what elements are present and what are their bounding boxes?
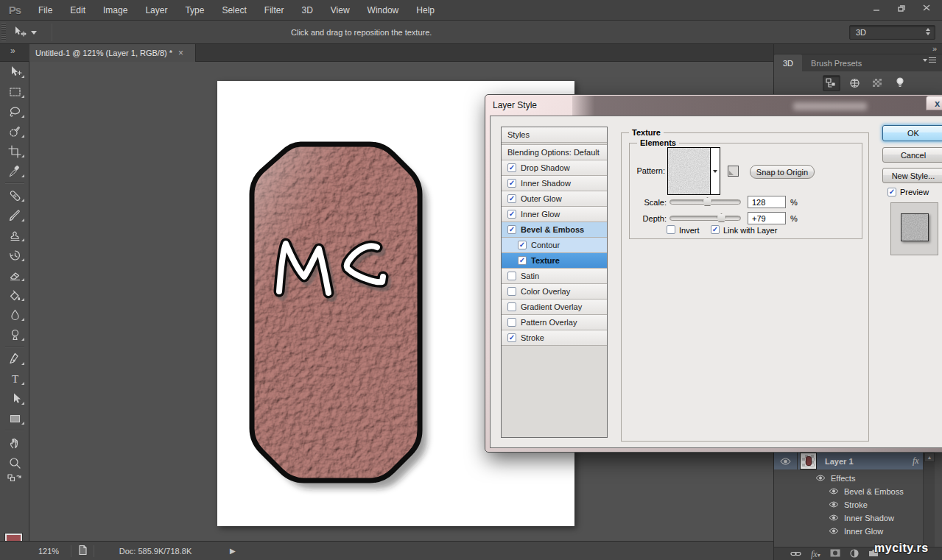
tab-brush-presets[interactable]: Brush Presets <box>802 54 871 71</box>
ok-button[interactable]: OK <box>882 125 942 141</box>
link-layers-icon[interactable] <box>790 549 801 559</box>
visibility-eye-icon[interactable] <box>815 475 826 481</box>
style-row-drop-shadow[interactable]: ✓Drop Shadow <box>502 160 607 176</box>
style-row-gradient-overlay[interactable]: Gradient Overlay <box>502 300 607 315</box>
hand-tool[interactable] <box>0 433 29 453</box>
menu-layer[interactable]: Layer <box>136 0 176 21</box>
checkbox[interactable]: ✓ <box>507 163 516 172</box>
clone-stamp-tool[interactable] <box>0 225 29 245</box>
style-row-texture-selected[interactable]: ✓Texture <box>502 253 607 269</box>
rectangle-tool[interactable] <box>0 408 29 428</box>
scroll-up-arrow-icon[interactable]: ▲ <box>924 453 935 462</box>
options-bar-grip[interactable] <box>1 23 6 41</box>
3d-scene-icon[interactable] <box>823 75 840 91</box>
checkbox[interactable]: ✓ <box>507 179 516 188</box>
depth-value-input[interactable] <box>748 212 786 224</box>
style-row-satin[interactable]: Satin <box>502 269 607 284</box>
style-row-stroke[interactable]: ✓Stroke <box>502 330 607 346</box>
paint-bucket-tool[interactable] <box>0 285 29 305</box>
document-tab[interactable]: Untitled-1 @ 121% (Layer 1, RGB/8) * × <box>29 44 196 62</box>
pattern-picker[interactable] <box>667 147 720 195</box>
lasso-tool[interactable] <box>0 102 29 121</box>
menu-3d[interactable]: 3D <box>292 0 321 21</box>
marquee-tool[interactable] <box>0 82 29 102</box>
effect-row[interactable]: Inner Glow <box>798 525 923 537</box>
styles-list-header[interactable]: Styles <box>502 127 607 143</box>
style-row-color-overlay[interactable]: Color Overlay <box>502 284 607 300</box>
visibility-eye-icon[interactable] <box>774 453 798 469</box>
path-selection-tool[interactable] <box>0 389 29 408</box>
zoom-tool[interactable] <box>0 453 29 472</box>
menu-type[interactable]: Type <box>176 0 213 21</box>
dialog-close-icon[interactable]: x <box>926 96 942 110</box>
checkbox[interactable] <box>507 272 516 280</box>
quick-selection-tool[interactable] <box>0 121 29 141</box>
visibility-eye-icon[interactable] <box>829 528 839 534</box>
collapse-tools-chevron-icon[interactable]: » <box>10 46 14 56</box>
eraser-tool[interactable] <box>0 265 29 285</box>
new-style-button[interactable]: New Style... <box>882 168 942 183</box>
workspace-switcher[interactable]: 3D <box>849 25 935 40</box>
scale-value-input[interactable] <box>748 196 786 208</box>
layer-fx-badge[interactable]: fx <box>913 456 919 467</box>
menu-select[interactable]: Select <box>213 0 255 21</box>
pattern-dropdown-arrow-icon[interactable] <box>710 148 720 194</box>
add-layer-mask-icon[interactable] <box>830 549 840 559</box>
style-row-contour[interactable]: ✓Contour <box>502 238 607 253</box>
close-icon[interactable] <box>915 1 938 14</box>
pen-tool[interactable] <box>0 349 29 369</box>
effect-row[interactable]: Stroke <box>798 498 923 511</box>
3d-light-icon[interactable] <box>891 75 909 91</box>
scale-slider[interactable] <box>669 199 741 205</box>
menu-file[interactable]: File <box>29 0 61 21</box>
checkbox[interactable]: ✓ <box>507 194 516 203</box>
3d-mesh-icon[interactable] <box>846 75 863 91</box>
layer-thumbnail[interactable] <box>801 453 816 469</box>
tab-3d[interactable]: 3D <box>774 54 802 71</box>
checkbox[interactable]: ✓ <box>518 241 527 249</box>
effect-row[interactable]: Bevel & Emboss <box>798 485 923 497</box>
layer-row-selected[interactable]: Layer 1 fx <box>774 453 923 469</box>
swap-colors-icon[interactable] <box>0 472 29 484</box>
menu-window[interactable]: Window <box>359 0 408 21</box>
move-tool[interactable] <box>0 62 29 82</box>
style-row-outer-glow[interactable]: ✓Outer Glow <box>502 191 607 207</box>
depth-slider[interactable] <box>669 216 741 221</box>
menu-edit[interactable]: Edit <box>61 0 94 21</box>
dialog-title-bar[interactable]: Layer Style x <box>485 95 942 116</box>
checkbox[interactable]: ✓ <box>507 333 516 342</box>
effects-header-row[interactable]: Effects <box>798 472 923 484</box>
3d-materials-icon[interactable] <box>868 75 886 91</box>
cancel-button[interactable]: Cancel <box>882 147 942 163</box>
tab-close-icon[interactable]: × <box>178 49 183 57</box>
tool-preset-picker[interactable] <box>12 24 46 41</box>
new-pattern-preset-icon[interactable] <box>728 166 739 177</box>
visibility-eye-icon[interactable] <box>829 488 839 495</box>
snap-to-origin-button[interactable]: Snap to Origin <box>750 165 815 179</box>
checkbox[interactable] <box>507 318 516 327</box>
panel-menu-icon[interactable] <box>923 57 936 63</box>
preview-checkbox[interactable]: ✓ <box>887 188 896 196</box>
adjustment-layer-icon[interactable] <box>850 549 859 560</box>
status-flyout-arrow-icon[interactable]: ▶ <box>230 547 236 555</box>
restore-icon[interactable] <box>890 1 913 14</box>
depth-slider-thumb[interactable] <box>717 213 726 222</box>
checkbox[interactable]: ✓ <box>518 256 527 265</box>
menu-view[interactable]: View <box>322 0 359 21</box>
checkbox[interactable]: ✓ <box>507 210 516 219</box>
healing-brush-tool[interactable] <box>0 185 29 205</box>
style-row-inner-shadow[interactable]: ✓Inner Shadow <box>502 176 607 191</box>
invert-checkbox[interactable] <box>667 225 675 234</box>
menu-image[interactable]: Image <box>94 0 136 21</box>
menu-filter[interactable]: Filter <box>256 0 293 21</box>
crop-tool[interactable] <box>0 141 29 161</box>
visibility-eye-icon[interactable] <box>829 514 839 521</box>
minimize-icon[interactable] <box>865 1 887 14</box>
eyedropper-tool[interactable] <box>0 161 29 181</box>
collapse-panels-chevron-icon[interactable]: » <box>932 44 935 53</box>
menu-help[interactable]: Help <box>407 0 443 21</box>
visibility-eye-icon[interactable] <box>829 501 839 508</box>
add-layer-style-icon[interactable]: fx▾ <box>811 549 820 560</box>
checkbox[interactable] <box>507 287 516 296</box>
brush-tool[interactable] <box>0 205 29 225</box>
